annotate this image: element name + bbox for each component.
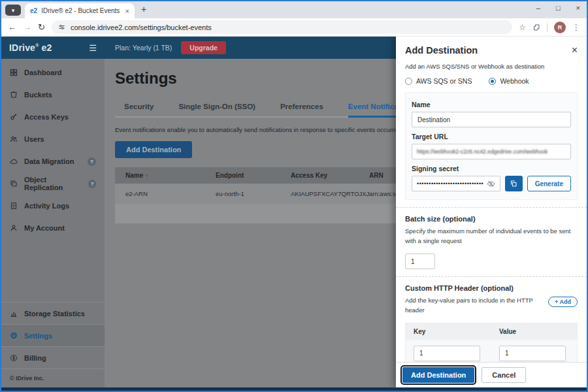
column-header-access-key[interactable]: Access Key: [291, 172, 369, 179]
key-value-table: Key Value: [405, 323, 578, 362]
name-input[interactable]: [412, 112, 571, 127]
key-column-header: Key: [406, 328, 491, 335]
bookmark-star-icon[interactable]: ☆: [519, 23, 526, 32]
signing-secret-input[interactable]: ••••••••••••••••••••••••••••: [412, 176, 500, 191]
tab-close-icon[interactable]: ×: [125, 7, 129, 15]
eye-off-icon[interactable]: [487, 180, 495, 188]
chevron-down-icon: ▾: [12, 7, 15, 14]
sidebar-item-dashboard[interactable]: Dashboard: [1, 61, 105, 84]
sidebar-item-billing[interactable]: Billing: [1, 346, 105, 368]
cloud-icon: [10, 157, 18, 165]
radio-unselected-icon: [405, 78, 412, 85]
sidebar-item-object-replication[interactable]: Object Replication ?: [1, 172, 105, 195]
hamburger-icon[interactable]: ☰: [89, 43, 97, 53]
upgrade-button[interactable]: Upgrade: [181, 41, 226, 54]
batch-size-input[interactable]: [405, 253, 435, 269]
radio-selected-icon: [489, 78, 496, 85]
idrive-e2-logo: IDrive® e2: [9, 42, 52, 53]
add-header-button[interactable]: + Add: [548, 297, 578, 307]
sidebar: IDrive® e2 ☰ Dashboard Buckets Access Ke…: [1, 37, 105, 387]
sidebar-item-label: Settings: [24, 332, 52, 340]
browser-tab[interactable]: e2 IDrive® e2 - Bucket Events ×: [25, 3, 135, 18]
sidebar-item-access-keys[interactable]: Access Keys: [1, 106, 105, 128]
radio-aws-sqs-sns[interactable]: AWS SQS or SNS: [405, 77, 472, 85]
page-footer-strip: [1, 387, 587, 391]
cell-name: e2-ARN: [115, 190, 216, 197]
url-bar[interactable]: console.idrivee2.com/settings/bucket-eve…: [52, 20, 512, 34]
url-text: console.idrivee2.com/settings/bucket-eve…: [71, 24, 212, 31]
back-icon[interactable]: ←: [8, 22, 16, 32]
sidebar-item-label: Access Keys: [24, 113, 69, 121]
batch-size-description: Specify the maximum number of individual…: [405, 227, 578, 246]
favicon: e2: [30, 7, 37, 14]
browser-menu-icon[interactable]: ⋮: [572, 23, 580, 32]
extensions-icon[interactable]: [532, 24, 540, 31]
site-settings-icon[interactable]: [58, 24, 65, 31]
custom-header-description: Add the key-value pairs to include in th…: [405, 296, 543, 315]
new-tab-button[interactable]: +: [141, 4, 146, 14]
cell-endpoint: eu-north-1: [216, 190, 291, 197]
sidebar-item-my-account[interactable]: My Account: [1, 217, 105, 239]
tab-search-button[interactable]: ▾: [5, 5, 21, 16]
column-header-endpoint[interactable]: Endpoint: [216, 172, 291, 179]
cell-access-key: AKIAUPSFXCAY7QRTOJXJ: [291, 190, 369, 197]
replication-icon: [10, 180, 18, 188]
buckets-icon: [10, 91, 18, 99]
cancel-button[interactable]: Cancel: [482, 367, 526, 383]
reload-icon[interactable]: ↻: [38, 22, 45, 32]
sidebar-item-users[interactable]: Users: [1, 128, 105, 150]
sidebar-item-data-migration[interactable]: Data Migration ?: [1, 150, 105, 172]
sidebar-item-activity-logs[interactable]: Activity Logs: [1, 195, 105, 217]
dashed-divider: [396, 276, 587, 277]
maximize-button[interactable]: □: [556, 4, 561, 12]
webhook-fields-section: Name Target URL https://webhook2-c2z6.nc…: [405, 92, 578, 200]
close-icon[interactable]: ×: [572, 45, 578, 56]
browser-window: ▾ e2 IDrive® e2 - Bucket Events × + – □ …: [0, 0, 588, 392]
help-icon[interactable]: ?: [88, 180, 96, 188]
sidebar-item-label: My Account: [24, 224, 65, 232]
panel-header: Add Destination ×: [396, 37, 587, 61]
tab-preferences[interactable]: Preferences: [280, 98, 323, 116]
generate-button[interactable]: Generate: [527, 176, 571, 191]
target-url-value: https://webhook2-c2z6.nc42.edgedrive.com…: [417, 148, 547, 155]
radio-label: Webhook: [500, 77, 529, 85]
forward-icon: →: [23, 22, 31, 32]
tab-security[interactable]: Security: [124, 98, 154, 116]
window-close-button[interactable]: ×: [576, 4, 580, 12]
sidebar-item-storage-statistics[interactable]: Storage Statistics: [1, 302, 105, 324]
panel-add-destination-button[interactable]: Add Destination: [402, 367, 474, 383]
column-header-name[interactable]: Name↑: [115, 172, 216, 179]
sidebar-item-label: Users: [24, 135, 44, 143]
profile-avatar[interactable]: R: [554, 22, 566, 33]
minimize-button[interactable]: –: [536, 4, 540, 12]
copy-icon: [510, 180, 517, 188]
sidebar-item-settings[interactable]: ⚙ Settings: [1, 324, 105, 346]
sidebar-bottom-group: Storage Statistics ⚙ Settings Billing © …: [1, 302, 105, 387]
target-url-input[interactable]: https://webhook2-c2z6.nc42.edgedrive.com…: [412, 144, 571, 159]
header-key-input[interactable]: [414, 346, 480, 361]
panel-title: Add Destination: [405, 45, 478, 56]
radio-label: AWS SQS or SNS: [416, 77, 472, 85]
sidebar-item-buckets[interactable]: Buckets: [1, 84, 105, 106]
key-value-header-row: Key Value: [406, 323, 577, 340]
sidebar-item-label: Activity Logs: [24, 202, 69, 210]
header-value-input[interactable]: [499, 346, 566, 361]
dashboard-icon: [10, 69, 18, 76]
batch-size-section: Batch size (optional) Specify the maximu…: [405, 215, 578, 269]
panel-footer: Add Destination Cancel: [396, 362, 587, 387]
sort-up-icon: ↑: [145, 172, 148, 179]
toolbar-divider: [547, 23, 547, 32]
copy-button[interactable]: [505, 176, 523, 191]
batch-size-title: Batch size (optional): [405, 215, 578, 223]
person-icon: [10, 224, 18, 232]
panel-subtitle: Add an AWS SQS/SNS or Webhook as destina…: [405, 63, 578, 70]
key-value-row: [406, 340, 577, 362]
tab-sso[interactable]: Single Sign-On (SSO): [178, 98, 255, 116]
value-column-header: Value: [491, 328, 577, 335]
browser-tab-strip: ▾ e2 IDrive® e2 - Bucket Events × + – □ …: [1, 1, 587, 18]
dollar-icon: [10, 354, 18, 362]
help-icon[interactable]: ?: [88, 157, 96, 166]
radio-webhook[interactable]: Webhook: [489, 77, 529, 85]
custom-header-section: Custom HTTP Header (optional) Add the ke…: [405, 284, 578, 362]
add-destination-button[interactable]: Add Destination: [115, 141, 192, 158]
